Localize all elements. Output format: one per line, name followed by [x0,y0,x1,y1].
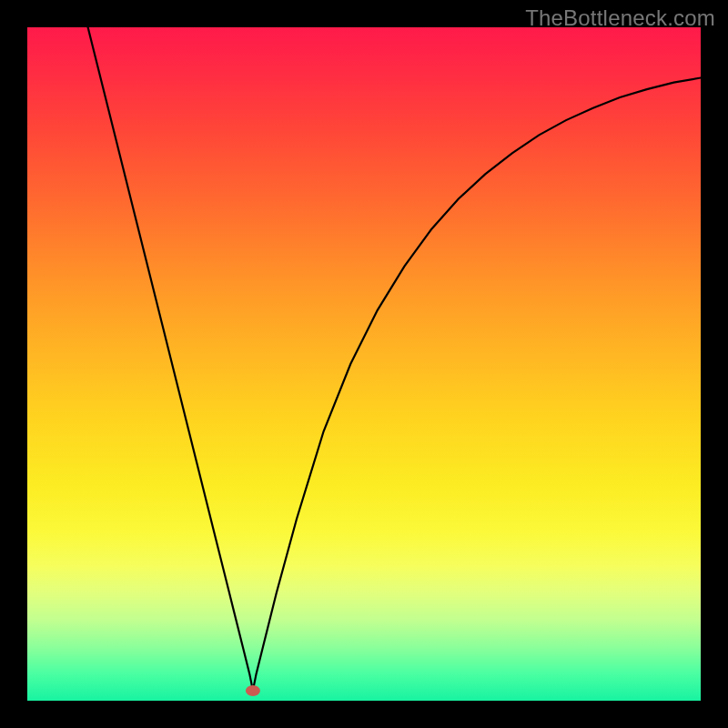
min-marker [246,685,260,696]
plot-area [27,27,701,701]
curve-svg [27,27,701,701]
bottleneck-curve [88,27,701,691]
chart-frame: TheBottleneck.com [0,0,728,728]
